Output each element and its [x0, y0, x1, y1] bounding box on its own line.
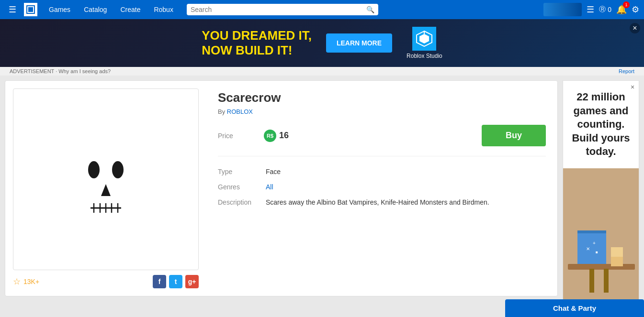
ad-footer: ADVERTISEMENT · Why am I seeing ads? Rep…	[0, 67, 644, 76]
item-footer: ☆ 13K+ f t g+	[13, 270, 199, 288]
description-row: Description Scares away the Albino Bat V…	[218, 198, 546, 206]
star-icon: ☆	[13, 276, 21, 287]
hamburger-icon[interactable]: ☰	[5, 2, 20, 17]
main-container: ☆ 13K+ f t g+	[0, 76, 644, 317]
genres-label: Genres	[218, 183, 266, 191]
right-ad: × 22 million games and counting. Build y…	[563, 80, 639, 317]
right-ad-image: ✕ + ■	[563, 168, 639, 317]
item-details-section: Scarecrow By ROBLOX Price R$ 16 Buy Typ	[206, 81, 557, 296]
ad-disclaimer: ADVERTISEMENT · Why am I seeing ads?	[10, 68, 111, 74]
type-row: Type Face	[218, 168, 546, 175]
creator-link[interactable]: ROBLOX	[227, 108, 253, 115]
notification-badge: 1	[623, 1, 630, 8]
ad-report[interactable]: Report	[619, 68, 634, 74]
item-rating: ☆ 13K+	[13, 276, 39, 287]
notifications-icon[interactable]: 🔔 1	[616, 4, 627, 15]
roblox-studio-promo: Roblox Studio	[407, 27, 442, 59]
svg-point-7	[112, 161, 124, 178]
svg-rect-16	[568, 264, 635, 270]
svg-rect-25	[611, 247, 623, 257]
item-card: ☆ 13K+ f t g+	[5, 80, 558, 296]
navbar: ☰ Games Catalog Create Robux 🔍 ☰ Ⓡ 0 🔔 1…	[0, 0, 644, 19]
svg-rect-22	[589, 269, 594, 293]
search-bar[interactable]: 🔍	[187, 4, 378, 15]
robux-currency-icon: R$	[264, 130, 276, 142]
content-area: ☆ 13K+ f t g+	[0, 76, 563, 317]
ad-headline: YOU DREAMED IT, NOW BUILD IT!	[202, 28, 312, 58]
svg-rect-18	[577, 230, 606, 233]
genres-value[interactable]: All	[266, 183, 273, 191]
buy-button[interactable]: Buy	[482, 125, 546, 146]
googleplus-share-button[interactable]: g+	[185, 275, 199, 288]
svg-rect-2	[28, 7, 33, 12]
user-avatar[interactable]	[543, 3, 582, 16]
nav-games-link[interactable]: Games	[43, 2, 76, 17]
chat-party-bar[interactable]: Chat & Party	[505, 299, 644, 317]
item-price-row: Price R$ 16 Buy	[218, 125, 546, 156]
right-ad-close-button[interactable]: ×	[628, 83, 637, 91]
robux-symbol: Ⓡ	[599, 5, 606, 14]
type-label: Type	[218, 168, 266, 175]
social-icons: f t g+	[153, 275, 199, 288]
menu-icon[interactable]: ☰	[587, 4, 594, 15]
nav-catalog-link[interactable]: Catalog	[78, 2, 113, 17]
price-label: Price	[218, 132, 256, 140]
nav-right-section: ☰ Ⓡ 0 🔔 1 ⚙	[543, 3, 639, 16]
price-value: R$ 16	[264, 130, 289, 142]
svg-rect-17	[577, 230, 606, 264]
item-by: By ROBLOX	[218, 108, 546, 115]
roblox-logo[interactable]	[24, 3, 37, 16]
search-input[interactable]	[191, 6, 366, 13]
description-label: Description	[218, 198, 266, 206]
item-image-section: ☆ 13K+ f t g+	[5, 81, 206, 296]
nav-links: Games Catalog Create Robux	[43, 2, 179, 17]
svg-text:+: +	[593, 240, 596, 246]
svg-marker-8	[101, 184, 111, 196]
settings-icon[interactable]: ⚙	[632, 4, 639, 15]
learn-more-button[interactable]: LEARN MORE	[326, 33, 392, 53]
genres-row: Genres All	[218, 183, 546, 191]
search-icon: 🔍	[366, 6, 374, 13]
svg-text:✕: ✕	[586, 246, 590, 251]
ad-banner: YOU DREAMED IT, NOW BUILD IT! LEARN MORE…	[0, 19, 644, 67]
svg-text:■: ■	[596, 250, 598, 254]
item-name: Scarecrow	[218, 90, 546, 105]
description-text: Scares away the Albino Bat Vampires, Kni…	[266, 198, 489, 206]
rating-count: 13K+	[23, 278, 39, 285]
ad-close-button[interactable]: ×	[630, 23, 640, 33]
nav-robux-link[interactable]: Robux	[148, 2, 179, 17]
studio-label: Roblox Studio	[407, 53, 442, 59]
type-value: Face	[266, 168, 281, 175]
nav-create-link[interactable]: Create	[114, 2, 146, 17]
svg-rect-24	[611, 257, 623, 266]
twitter-share-button[interactable]: t	[169, 275, 182, 288]
robux-count: 0	[608, 6, 611, 13]
item-image-box	[13, 88, 199, 270]
right-ad-text: 22 million games and counting. Build you…	[563, 81, 639, 168]
price-amount: 16	[279, 131, 289, 141]
robux-icon[interactable]: Ⓡ 0	[599, 5, 611, 14]
svg-point-6	[88, 161, 100, 178]
ad-text: YOU DREAMED IT, NOW BUILD IT!	[202, 28, 312, 58]
svg-rect-23	[604, 269, 609, 293]
facebook-share-button[interactable]: f	[153, 275, 166, 288]
item-image	[68, 131, 144, 227]
